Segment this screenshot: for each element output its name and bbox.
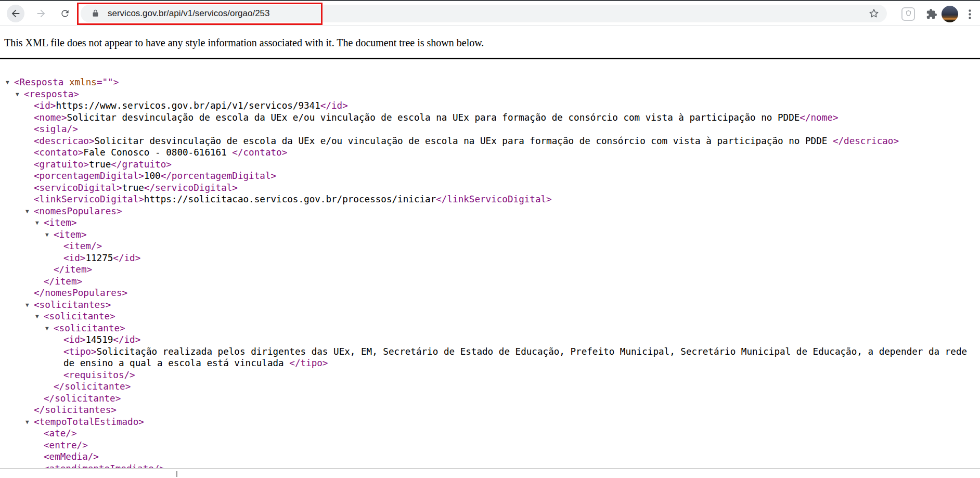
xml-tag: </id> bbox=[113, 334, 140, 345]
lock-icon[interactable] bbox=[92, 9, 99, 19]
xml-tag: </id> bbox=[113, 253, 140, 263]
xml-line: </item> bbox=[0, 276, 974, 288]
browser-menu-button[interactable] bbox=[969, 9, 971, 19]
reload-icon bbox=[60, 8, 70, 19]
xml-line: ▼<Resposta xmlns=""> bbox=[0, 76, 974, 88]
collapse-arrow-icon[interactable]: ▼ bbox=[16, 89, 19, 101]
xml-text-content: 11275 bbox=[85, 253, 113, 263]
url-text: servicos.gov.br/api/v1/servicos/orgao/25… bbox=[108, 5, 270, 22]
xml-tag: <entre/> bbox=[44, 440, 88, 450]
xml-tag: <solicitante> bbox=[44, 311, 115, 321]
collapse-arrow-icon[interactable]: ▼ bbox=[25, 300, 29, 312]
xml-tag: <id> bbox=[34, 100, 56, 111]
xml-line: <nome>Solicitar desvinculação de escola … bbox=[0, 112, 974, 124]
xml-tag: <servicoDigital> bbox=[34, 183, 122, 193]
xml-tag: </id> bbox=[320, 100, 348, 111]
xml-tag: </solicitantes> bbox=[34, 405, 117, 415]
xml-tag: </tipo> bbox=[289, 358, 328, 368]
xml-line: </item> bbox=[0, 264, 974, 276]
notice-divider bbox=[0, 58, 980, 59]
xml-text-content: true bbox=[122, 183, 144, 193]
xml-line: <tipo>Solicitação realizada pelos dirige… bbox=[0, 346, 974, 369]
xml-tag: <item/> bbox=[63, 241, 102, 251]
xml-line: </solicitante> bbox=[0, 381, 974, 393]
collapse-arrow-icon[interactable]: ▼ bbox=[35, 217, 39, 229]
xml-line: <ate/> bbox=[0, 428, 974, 440]
collapse-arrow-icon[interactable]: ▼ bbox=[35, 311, 39, 323]
xml-text-content: Solicitar desvinculação de escola da UEx… bbox=[95, 136, 833, 146]
xml-tag: </descricao> bbox=[833, 136, 899, 146]
xml-text-content: https://solicitacao.servicos.gov.br/proc… bbox=[144, 194, 436, 204]
xml-line: <linkServicoDigital>https://solicitacao.… bbox=[0, 193, 974, 205]
collapse-arrow-icon[interactable]: ▼ bbox=[6, 77, 9, 89]
xml-line: <requisitos/> bbox=[0, 369, 974, 381]
xml-text-content: true bbox=[89, 159, 111, 170]
xml-text-content: Fale Conosco - 0800-616161 bbox=[83, 147, 232, 158]
xml-tag: </item> bbox=[54, 264, 92, 275]
profile-avatar[interactable] bbox=[942, 6, 958, 22]
xml-tag: <solicitantes> bbox=[34, 300, 111, 310]
xml-line: <porcentagemDigital>100</porcentagemDigi… bbox=[0, 170, 974, 182]
xml-tag: <descricao> bbox=[34, 136, 95, 146]
collapse-arrow-icon[interactable]: ▼ bbox=[25, 206, 29, 218]
collapse-arrow-icon[interactable]: ▼ bbox=[25, 417, 29, 429]
xml-text-content: Solicitar desvinculação de escola da UEx… bbox=[67, 112, 800, 123]
xml-tag: <emMedia/> bbox=[44, 451, 99, 462]
xml-text-content: Solicitação realizada pelos dirigentes d… bbox=[63, 346, 973, 369]
kebab-menu-icon bbox=[969, 9, 971, 19]
xml-tag: <porcentagemDigital> bbox=[34, 171, 144, 181]
xml-line: <descricao>Solicitar desvinculação de es… bbox=[0, 135, 974, 147]
xml-line: <id>14519</id> bbox=[0, 334, 974, 346]
xml-line: <servicoDigital>true</servicoDigital> bbox=[0, 182, 974, 194]
xml-text-content: 14519 bbox=[85, 334, 113, 345]
reload-button[interactable] bbox=[56, 5, 74, 22]
bookmark-star-button[interactable] bbox=[868, 8, 880, 21]
extension-action-button[interactable] bbox=[901, 7, 915, 21]
xml-tag: <solicitante> bbox=[54, 323, 125, 333]
collapse-arrow-icon[interactable]: ▼ bbox=[45, 229, 49, 241]
extensions-button[interactable] bbox=[926, 8, 937, 22]
xml-tag: </linkServicoDigital> bbox=[436, 194, 551, 204]
xml-line: <item/> bbox=[0, 240, 974, 252]
forward-button[interactable] bbox=[32, 5, 50, 22]
xml-tag: <Resposta bbox=[14, 77, 69, 87]
xml-tag: <item> bbox=[44, 217, 77, 228]
star-icon bbox=[868, 12, 880, 21]
xml-line: <emMedia/> bbox=[0, 451, 974, 463]
horizontal-scrollbar[interactable] bbox=[0, 468, 980, 478]
xml-line: ▼<solicitante> bbox=[0, 322, 974, 334]
xml-line: <contato>Fale Conosco - 0800-616161 </co… bbox=[0, 147, 974, 159]
xml-tag: <ate/> bbox=[44, 428, 77, 438]
xml-tag: </nome> bbox=[800, 112, 838, 123]
collapse-arrow-icon[interactable]: ▼ bbox=[45, 323, 49, 335]
xml-text-content: https://www.servicos.gov.br/api/v1/servi… bbox=[56, 100, 320, 111]
xml-line: <sigla/> bbox=[0, 123, 974, 135]
xml-line: </solicitante> bbox=[0, 393, 974, 405]
xml-tag: <requisitos/> bbox=[63, 370, 135, 380]
xml-line: <gratuito>true</gratuito> bbox=[0, 159, 974, 171]
xml-line: ▼<resposta> bbox=[0, 88, 974, 100]
xml-tag: <resposta> bbox=[24, 89, 79, 99]
xml-line: ▼<tempoTotalEstimado> bbox=[0, 416, 974, 428]
xml-tag: </item> bbox=[44, 276, 82, 287]
xml-attr-name: xmlns bbox=[69, 77, 97, 87]
xml-line: <id>https://www.servicos.gov.br/api/v1/s… bbox=[0, 100, 974, 112]
xml-tag: </solicitante> bbox=[54, 381, 131, 392]
scrollbar-tick bbox=[176, 471, 177, 477]
xml-line: ▼<solicitante> bbox=[0, 311, 974, 322]
xml-tag: <nomesPopulares> bbox=[34, 206, 122, 216]
xml-document-tree: ▼<Resposta xmlns="">▼<resposta><id>https… bbox=[0, 76, 974, 474]
puzzle-icon bbox=[926, 12, 937, 21]
xml-tag: <sigla/> bbox=[34, 124, 78, 134]
back-icon bbox=[10, 8, 21, 19]
xml-tag: <nome> bbox=[34, 112, 67, 123]
xml-tag: <tempoTotalEstimado> bbox=[34, 417, 144, 427]
back-button[interactable] bbox=[7, 5, 24, 22]
xml-line: </nomesPopulares> bbox=[0, 287, 974, 299]
xml-tag: </servicoDigital> bbox=[144, 183, 238, 193]
browser-toolbar: servicos.gov.br/api/v1/servicos/orgao/25… bbox=[0, 0, 980, 26]
xml-line: ▼<item> bbox=[0, 217, 974, 229]
url-bar[interactable]: servicos.gov.br/api/v1/servicos/orgao/25… bbox=[81, 5, 887, 22]
xml-tag: <item> bbox=[54, 229, 87, 240]
shield-icon bbox=[905, 9, 912, 19]
